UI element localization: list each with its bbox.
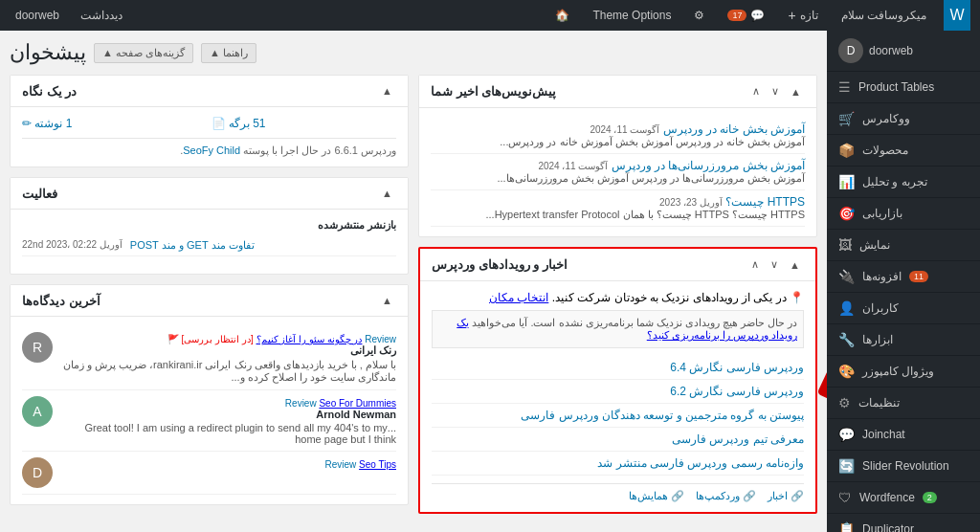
- news-footer: 🔗 اخبار 🔗 وردکمپ‌ها 🔗 همایش‌ها: [432, 483, 804, 502]
- draft-link-2[interactable]: آموزش بخش مرورزرسانی‌ها در وردپرس: [612, 159, 805, 172]
- sidebar-item-marketing[interactable]: بازاریابی 🎯: [827, 198, 980, 230]
- activity-title: فعالیت: [22, 187, 57, 201]
- activity-item-1: تفاوت مند GET و مند POST آوریل 22nd 2023…: [22, 235, 396, 256]
- comment-post-1: Review در چگونه سئو را آغاز کنیم؟ [در ان…: [60, 334, 396, 344]
- activity-collapse-btn[interactable]: ▲: [378, 186, 396, 201]
- recent-drafts-body: آموزش بخش خانه در وردپرس آگوست 11، 2024 …: [419, 108, 816, 236]
- left-column: ▲ ∨ ∧ پیش‌نویس‌های اخیر شما آموزش بخش خا…: [418, 75, 817, 514]
- activity-section: بازنشر منتشرشده تفاوت مند GET و مند POST…: [22, 219, 396, 256]
- analytics-icon: 📊: [838, 174, 855, 189]
- comment-item-1: Review در چگونه سئو را آغاز کنیم؟ [در ان…: [22, 326, 396, 390]
- sidebar-item-appearance[interactable]: نمایش 🖼: [827, 230, 980, 261]
- comments-controls: ▲: [378, 293, 396, 308]
- comment-avatar-2: A: [22, 396, 53, 427]
- activity-controls: ▲: [378, 186, 396, 201]
- comments-collapse-btn[interactable]: ▲: [378, 293, 396, 308]
- site-icon[interactable]: 🏠: [549, 0, 575, 31]
- layout: doorweb D Product Tables ☰ ووکامرس 🛒 محص…: [0, 31, 980, 532]
- item-label: ابزارها: [862, 333, 893, 346]
- item-label: تجربه و تحلیل: [862, 175, 927, 188]
- move-btn[interactable]: ∧: [748, 83, 764, 100]
- updates-icon[interactable]: ⚙: [688, 0, 710, 31]
- sidebar-item-settings[interactable]: تنظیمات ⚙: [827, 388, 980, 419]
- glance-collapse-btn[interactable]: ▲: [378, 83, 396, 99]
- duplicator-icon: 📋: [838, 521, 855, 532]
- collapse-btn[interactable]: ▲: [787, 83, 805, 100]
- activity-post-link[interactable]: تفاوت مند GET و مند POST: [130, 239, 255, 251]
- wordpress-news-header: ▲ ∨ ∧ اخبار و رویدادهای وردپرس: [420, 249, 815, 281]
- news-link-2[interactable]: وردپرس فارسی نگارش 6.2: [670, 385, 804, 398]
- product-tables-icon: ☰: [838, 79, 851, 95]
- sidebar-item-plugins[interactable]: 11 افزونه‌ها 🔌: [827, 261, 980, 293]
- item-label: تنظیمات: [858, 396, 900, 410]
- comment-post-2: Review Seo For Dummies: [60, 398, 396, 409]
- item-label: Duplicator: [862, 522, 914, 532]
- site-name[interactable]: میکروسافت سلام: [835, 0, 932, 31]
- sidebar-item-visual-composer[interactable]: ویژوال کامپوزر 🎨: [827, 356, 980, 388]
- sidebar-item-woocommerce[interactable]: ووکامرس 🛒: [827, 103, 980, 135]
- sidebar-item-product-tables[interactable]: Product Tables ☰: [827, 72, 980, 103]
- news-expand-btn[interactable]: ∨: [767, 256, 782, 273]
- item-label: بازاریابی: [862, 207, 902, 220]
- news-link-1[interactable]: وردپرس فارسی نگارش 6.4: [670, 361, 804, 374]
- item-label: کاربران: [862, 301, 899, 315]
- user-name[interactable]: doorweb: [10, 0, 65, 31]
- wordcamps-link[interactable]: 🔗 وردکمپ‌ها: [696, 490, 756, 502]
- wp-logo[interactable]: W: [944, 0, 970, 31]
- draft-link-1[interactable]: آموزش بخش خانه در وردپرس: [663, 122, 805, 136]
- sidebar-item-duplicator[interactable]: Duplicator 📋: [827, 514, 980, 532]
- draft-link-3[interactable]: HTTPS چیست؟: [725, 195, 805, 209]
- activity-widget: ▲ فعالیت بازنشر منتشرشده تفاوت مند GET و…: [10, 177, 409, 275]
- theme-options[interactable]: Theme Options: [587, 0, 677, 31]
- news-move-btn[interactable]: ∧: [747, 256, 763, 273]
- pages-count-link[interactable]: 51 برگه 📄: [212, 117, 266, 130]
- activity-header: ▲ فعالیت: [11, 178, 408, 210]
- location-select[interactable]: انتخاب مکان: [489, 291, 548, 304]
- meetups-link[interactable]: 🔗 همایش‌ها: [629, 490, 684, 502]
- recent-comments-body: Review در چگونه سئو را آغاز کنیم؟ [در ان…: [11, 317, 408, 504]
- draft-item-2: آموزش بخش مرورزرسانی‌ها در وردپرس آگوست …: [431, 154, 805, 190]
- widget-controls: ▲ ∨ ∧: [748, 83, 805, 100]
- plan-event-link[interactable]: یک رویداد وردپرس را برنامه‌ریزی کنید؟: [457, 317, 797, 341]
- comment-text-1: با سلام , با خرید بازدیدهای واقعی رنک ای…: [60, 359, 396, 384]
- sidebar-item-tools[interactable]: ابزارها 🔧: [827, 324, 980, 356]
- vc-icon: 🎨: [838, 364, 855, 379]
- theme-link[interactable]: SeoFy Child: [183, 144, 240, 156]
- at-a-glance-header: ▲ در یک نگاه: [11, 76, 408, 107]
- sidebar-item-slider[interactable]: Slider Revolution 🔄: [827, 451, 980, 482]
- comment-post-link-1[interactable]: در چگونه سئو را آغاز کنیم؟: [256, 334, 363, 344]
- glance-controls: ▲: [378, 83, 396, 99]
- help-button[interactable]: راهنما ▲: [201, 43, 256, 63]
- comments-count[interactable]: 💬 17: [722, 0, 770, 31]
- news-link-5[interactable]: وازه‌نامه رسمی وردپرس فارسی منتشر شد: [597, 456, 804, 470]
- item-label: Wordfence: [859, 491, 915, 504]
- activity-section-label: بازنشر منتشرشده: [22, 219, 396, 232]
- comment-post-link-2[interactable]: Seo For Dummies: [319, 398, 396, 409]
- news-link-4[interactable]: معرفی تیم وردپرس فارسی: [672, 432, 804, 446]
- news-collapse-btn[interactable]: ▲: [786, 256, 804, 273]
- events-link[interactable]: 🔗 اخبار: [768, 490, 804, 502]
- sidebar-item-users[interactable]: کاربران 👤: [827, 293, 980, 324]
- user-greeting[interactable]: دیدداشت: [75, 0, 128, 31]
- expand-btn[interactable]: ∨: [768, 83, 783, 100]
- sidebar-item-joinchat[interactable]: Joinchat 💬: [827, 419, 980, 451]
- sidebar-item-products[interactable]: محصولات 📦: [827, 135, 980, 166]
- marketing-icon: 🎯: [838, 206, 855, 221]
- screen-options-button[interactable]: گزینه‌های صفحه ▲: [94, 43, 193, 63]
- sidebar-item-analytics[interactable]: تجربه و تحلیل 📊: [827, 166, 980, 198]
- username-label: doorweb: [869, 44, 913, 57]
- comment-post-link-3[interactable]: Seo Tips: [359, 459, 396, 470]
- posts-count-link[interactable]: 1 نوشته ✏: [22, 117, 72, 130]
- sidebar-item-wordfence[interactable]: 2 Wordfence 🛡: [827, 482, 980, 514]
- news-item-2: وردپرس فارسی نگارش 6.2: [432, 380, 804, 404]
- comment-text-2: ...Great tool! I am using a redirect plu…: [60, 422, 396, 445]
- sidebar-user[interactable]: doorweb D: [827, 31, 980, 72]
- settings-icon: ⚙: [838, 395, 851, 410]
- joinchat-icon: 💬: [838, 427, 855, 442]
- news-link-3[interactable]: پیوستن به گروه مترجمین و توسعه دهندگان و…: [521, 409, 804, 422]
- glance-posts: 1 نوشته ✏: [22, 117, 208, 130]
- draft-excerpt-1: آموزش بخش خانه در وردپرس آموزش بخش آموزش…: [431, 136, 805, 148]
- new-content[interactable]: تازه +: [782, 0, 823, 31]
- at-a-glance-title: در یک نگاه: [22, 84, 77, 99]
- admin-bar: W میکروسافت سلام تازه + 💬 17 ⚙ Theme Opt…: [0, 0, 980, 31]
